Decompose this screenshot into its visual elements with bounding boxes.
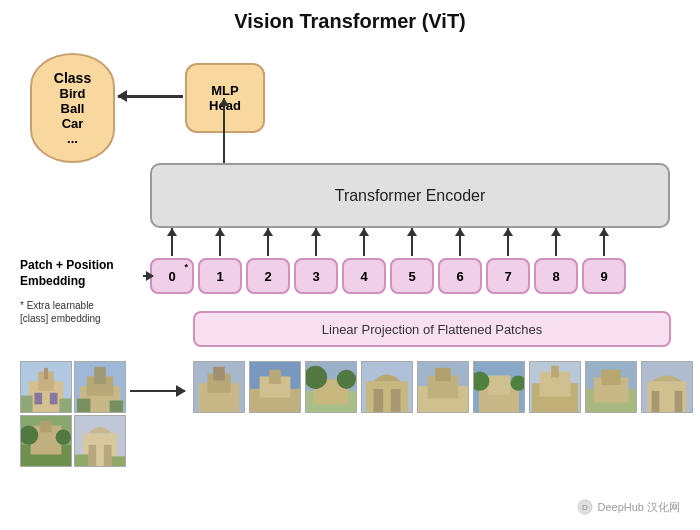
linear-projection-box: Linear Projection of Flattened Patches [193,311,671,347]
source-img-3 [20,415,72,467]
main-container: Vision Transformer (ViT) Class Bird Ball… [0,0,700,530]
svg-rect-40 [366,381,408,412]
token-0: 0* [150,258,194,294]
token-7: 7 [486,258,530,294]
svg-rect-13 [110,400,123,412]
svg-point-37 [305,366,327,389]
svg-rect-62 [652,391,660,412]
extra-note: * Extra learnable [class] embedding [20,299,150,325]
svg-point-19 [56,429,71,444]
class-box: Class Bird Ball Car ... [30,53,115,163]
source-img-2 [74,361,126,413]
watermark: D DeepHub 汉化网 [577,499,680,515]
class-item-ball: Ball [61,101,85,116]
token-arrow-3 [294,228,338,256]
arrow-up-3 [315,228,317,256]
source-images-grid [20,361,126,467]
token-4: 4 [342,258,386,294]
patch-position-text: Patch + PositionEmbedding [20,258,114,288]
svg-rect-5 [50,393,58,405]
token-arrow-6 [438,228,482,256]
svg-rect-29 [213,367,225,380]
transformer-to-mlp-arrow [223,98,225,163]
svg-rect-49 [487,375,510,394]
transformer-encoder-label: Transformer Encoder [335,187,486,205]
token-1: 1 [198,258,242,294]
svg-rect-63 [675,391,683,412]
svg-point-38 [337,370,356,389]
token-arrow-5 [390,228,434,256]
token-arrow-7 [486,228,530,256]
token-5: 5 [390,258,434,294]
class-item-ellipsis: ... [67,131,78,146]
source-to-patches-arrow [130,390,185,392]
transformer-encoder-box: Transformer Encoder [150,163,670,228]
class-label: Class [54,70,91,86]
diagram-area: Class Bird Ball Car ... MLP Head Transfo… [10,43,690,523]
svg-rect-33 [269,370,281,384]
svg-rect-46 [435,368,450,381]
svg-rect-23 [104,445,112,466]
arrow-up-5 [411,228,413,256]
svg-text:D: D [583,503,589,512]
svg-rect-17 [40,421,52,433]
patch-4 [361,361,413,413]
svg-rect-55 [551,366,559,378]
token-9: 9 [582,258,626,294]
token-arrow-1 [198,228,242,256]
arrow-up-0 [171,228,173,256]
svg-rect-3 [44,368,48,380]
svg-rect-22 [88,445,96,466]
patch-position-label: Patch + PositionEmbedding [20,258,145,289]
token-star: * [184,262,188,272]
arrow-up-1 [219,228,221,256]
arrow-up-7 [507,228,509,256]
token-6: 6 [438,258,482,294]
patch-9 [641,361,693,413]
patch-7 [529,361,581,413]
watermark-text: DeepHub 汉化网 [597,500,680,515]
linear-projection-label: Linear Projection of Flattened Patches [322,322,542,337]
token-arrow-8 [534,228,578,256]
patch-2 [249,361,301,413]
svg-rect-6 [21,396,33,412]
patch-6 [473,361,525,413]
arrow-up-8 [555,228,557,256]
token-arrow-4 [342,228,386,256]
patch-3 [305,361,357,413]
arrow-up-9 [603,228,605,256]
class-item-bird: Bird [60,86,86,101]
svg-rect-41 [374,389,384,412]
svg-rect-7 [59,399,71,412]
svg-rect-59 [601,370,620,385]
embed-to-token-arrow [143,275,153,277]
svg-rect-25 [112,456,125,466]
arrow-up-6 [459,228,461,256]
patches-row [193,361,693,413]
extra-note-star: * Extra learnable [20,300,94,311]
svg-rect-24 [75,454,88,466]
token-arrow-9 [582,228,626,256]
token-3: 3 [294,258,338,294]
svg-rect-42 [391,389,401,412]
svg-rect-11 [94,367,106,384]
svg-rect-4 [34,393,42,405]
source-img-1 [20,361,72,413]
svg-rect-12 [77,399,90,412]
mlp-line1: MLP [211,83,238,98]
token-arrow-2 [246,228,290,256]
token-2: 2 [246,258,290,294]
extra-note-class: [class] embedding [20,313,101,324]
patch-5 [417,361,469,413]
token-8: 8 [534,258,578,294]
token-arrows-group [150,228,674,256]
token-arrow-0 [150,228,194,256]
patch-1 [193,361,245,413]
source-img-4 [74,415,126,467]
arrow-up-2 [267,228,269,256]
watermark-icon: D [577,499,593,515]
tokens-row: 0* 1 2 3 4 5 6 7 8 9 [150,258,626,294]
page-title: Vision Transformer (ViT) [10,10,690,33]
mlp-to-class-arrow [118,95,183,98]
class-item-car: Car [62,116,84,131]
